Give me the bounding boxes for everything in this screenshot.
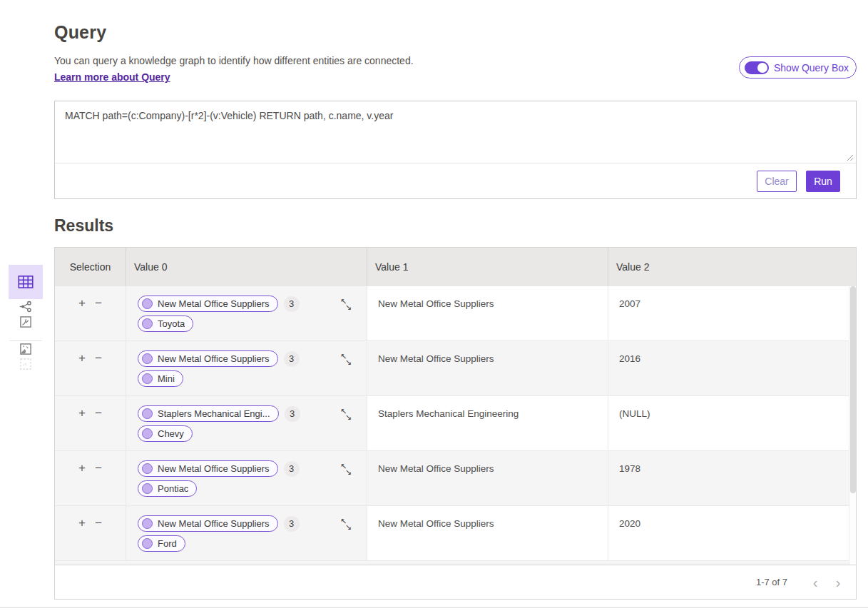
value1-cell: New Metal Office Suppliers xyxy=(367,506,608,560)
map-view-icon xyxy=(19,342,33,356)
value0-cell: New Metal Office Suppliers 3 Ford ↖↘ xyxy=(126,506,367,560)
remove-from-graph-button[interactable]: − xyxy=(95,407,102,450)
pagination-next-icon[interactable]: › xyxy=(832,575,844,590)
hop-count-badge: 3 xyxy=(284,296,300,312)
node-label: Pontiac xyxy=(158,483,188,494)
table-row: + − New Metal Office Suppliers 3 Ford ↖↘… xyxy=(55,506,856,561)
value1-cell: Staplers Mechanical Engineering xyxy=(367,396,608,450)
value2-cell: 2007 xyxy=(608,286,856,340)
node-icon xyxy=(142,318,153,329)
table-row: + − New Metal Office Suppliers 3 Toyota … xyxy=(55,286,856,341)
toggle-on-icon xyxy=(745,61,769,74)
sidebar-item-graph-view[interactable] xyxy=(18,299,34,314)
node-label: Staplers Mechanical Engi... xyxy=(158,408,270,419)
node-label: Ford xyxy=(158,538,177,549)
selection-cell: + − xyxy=(55,451,126,505)
node-icon xyxy=(142,408,153,419)
value1-cell: New Metal Office Suppliers xyxy=(367,286,608,340)
node-pill-end[interactable]: Chevy xyxy=(138,425,193,442)
view-switcher-sidebar xyxy=(9,265,43,371)
expand-path-icon[interactable]: ↖↘ xyxy=(340,518,352,530)
node-label: New Metal Office Suppliers xyxy=(158,463,270,474)
remove-from-graph-button[interactable]: − xyxy=(95,297,102,340)
node-pill-end[interactable]: Mini xyxy=(138,370,183,387)
selection-cell: + − xyxy=(55,506,126,560)
results-heading: Results xyxy=(54,216,113,236)
pagination-prev-icon[interactable]: ‹ xyxy=(809,575,822,590)
node-label: Toyota xyxy=(158,318,185,329)
selection-cell: + − xyxy=(55,396,126,450)
node-pill-start[interactable]: New Metal Office Suppliers xyxy=(138,460,278,477)
sidebar-item-map-view[interactable] xyxy=(18,341,34,356)
expand-path-icon[interactable]: ↖↘ xyxy=(340,463,352,475)
hop-count-badge: 3 xyxy=(284,351,300,367)
column-header-value1: Value 1 xyxy=(367,248,608,286)
remove-from-graph-button[interactable]: − xyxy=(95,517,102,560)
add-to-graph-button[interactable]: + xyxy=(78,352,86,395)
node-pill-end[interactable]: Pontiac xyxy=(138,480,197,497)
table-scrollbar xyxy=(849,286,856,566)
selection-cell: + − xyxy=(55,286,126,340)
value1-cell: New Metal Office Suppliers xyxy=(367,341,608,395)
node-label: New Metal Office Suppliers xyxy=(158,353,270,364)
node-label: Chevy xyxy=(158,428,184,439)
sidebar-item-table-view[interactable] xyxy=(9,265,43,299)
column-header-selection: Selection xyxy=(55,248,126,286)
value2-cell: 2020 xyxy=(608,506,856,560)
value0-cell: Staplers Mechanical Engi... 3 Chevy ↖↘ xyxy=(126,396,367,450)
query-box: MATCH path=(c:Company)-[r*2]-(v:Vehicle)… xyxy=(54,101,857,199)
value1-cell: New Metal Office Suppliers xyxy=(367,451,608,505)
remove-from-graph-button[interactable]: − xyxy=(95,352,102,395)
learn-more-link[interactable]: Learn more about Query xyxy=(54,71,170,83)
node-icon xyxy=(142,463,153,474)
node-pill-start[interactable]: Staplers Mechanical Engi... xyxy=(138,405,279,422)
page-title: Query xyxy=(54,22,106,43)
add-to-graph-button[interactable]: + xyxy=(78,297,86,340)
node-label: Mini xyxy=(158,373,175,384)
scrollbar-thumb[interactable] xyxy=(850,286,856,493)
add-to-graph-button[interactable]: + xyxy=(78,517,86,560)
node-pill-end[interactable]: Toyota xyxy=(138,315,193,332)
expand-path-icon[interactable]: ↖↘ xyxy=(340,353,352,365)
remove-from-graph-button[interactable]: − xyxy=(95,462,102,505)
show-query-box-toggle[interactable]: Show Query Box xyxy=(739,56,857,79)
graph-view-icon xyxy=(19,299,34,314)
sidebar-item-chart-view[interactable] xyxy=(18,314,34,329)
add-to-graph-button[interactable]: + xyxy=(78,407,86,450)
query-input[interactable]: MATCH path=(c:Company)-[r*2]-(v:Vehicle)… xyxy=(55,101,856,163)
value2-cell: (NULL) xyxy=(608,396,856,450)
add-to-graph-button[interactable]: + xyxy=(78,462,86,505)
node-label: New Metal Office Suppliers xyxy=(158,518,270,529)
node-pill-start[interactable]: New Metal Office Suppliers xyxy=(138,515,278,532)
pagination-range: 1-7 of 7 xyxy=(756,577,787,587)
page-bottom-divider xyxy=(0,607,868,608)
results-table: Selection Value 0 Value 1 Value 2 + − Ne… xyxy=(54,247,857,600)
chart-view-icon xyxy=(19,315,33,329)
hop-count-badge: 3 xyxy=(285,406,300,422)
node-icon xyxy=(142,483,153,494)
clear-button[interactable]: Clear xyxy=(757,171,797,192)
toggle-label: Show Query Box xyxy=(774,62,849,74)
value0-cell: New Metal Office Suppliers 3 Mini ↖↘ xyxy=(126,341,367,395)
node-pill-end[interactable]: Ford xyxy=(138,535,185,552)
selection-cell: + − xyxy=(55,341,126,395)
node-icon xyxy=(142,353,153,364)
node-icon xyxy=(142,298,153,309)
hop-count-badge: 3 xyxy=(284,461,300,477)
node-pill-start[interactable]: New Metal Office Suppliers xyxy=(138,296,278,312)
table-view-icon xyxy=(16,273,35,291)
node-icon xyxy=(142,518,153,529)
node-pill-start[interactable]: New Metal Office Suppliers xyxy=(138,350,278,367)
expand-path-icon[interactable]: ↖↘ xyxy=(340,298,352,310)
query-actions: Clear Run xyxy=(55,163,856,199)
sidebar-item-custom-view xyxy=(18,356,34,371)
value0-cell: New Metal Office Suppliers 3 Pontiac ↖↘ xyxy=(126,451,367,505)
resize-grip-icon[interactable] xyxy=(846,153,854,161)
table-row: + − Staplers Mechanical Engi... 3 Chevy … xyxy=(55,396,856,451)
custom-view-disabled-icon xyxy=(19,357,33,371)
table-header: Selection Value 0 Value 1 Value 2 xyxy=(55,248,856,286)
column-header-value2: Value 2 xyxy=(608,248,856,286)
run-button[interactable]: Run xyxy=(806,171,840,192)
node-icon xyxy=(142,428,153,439)
expand-path-icon[interactable]: ↖↘ xyxy=(340,408,352,420)
